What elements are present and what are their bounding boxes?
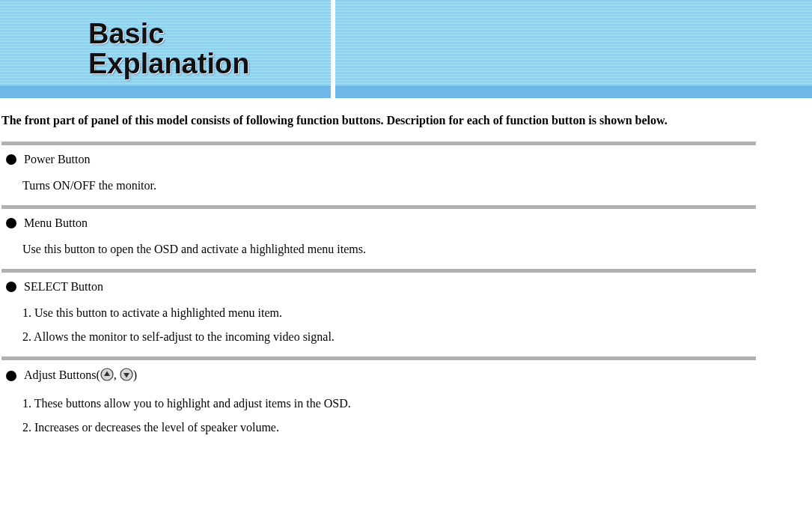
body-line: 1. Use this button to activate a highlig… [22,301,753,325]
header-bottom-gap [331,85,335,98]
section-menu: Menu Button Use this button to open the … [1,216,753,261]
body-line: Use this button to open the OSD and acti… [22,237,753,261]
header-bottom-band [0,85,812,98]
content-area: The front part of panel of this model co… [0,98,756,456]
section-body: Use this button to open the OSD and acti… [22,237,753,261]
section-title: Adjust Buttons(, ) [24,368,137,384]
page-title: Basic Explanation [88,19,249,79]
section-title: SELECT Button [24,280,103,294]
section-title-row: Adjust Buttons(, ) [6,368,753,384]
body-line: 2. Increases or decreases the level of s… [22,416,753,440]
intro-text: The front part of panel of this model co… [1,109,753,133]
section-power: Power Button Turns ON/OFF the monitor. [1,153,753,198]
title-suffix: ) [133,368,137,381]
title-line-1: Basic [88,19,249,49]
section-title: Menu Button [24,216,88,230]
header-right [331,0,812,98]
header-band: Basic Explanation [0,0,812,98]
section-body: 1. These buttons allow you to highlight … [22,392,753,440]
header-split-gap [331,0,335,98]
bullet-icon [6,282,16,292]
divider [1,142,756,145]
body-line: Turns ON/OFF the monitor. [22,174,753,198]
bullet-icon [6,154,16,165]
section-title-row: Power Button [6,153,753,166]
section-adjust: Adjust Buttons(, ) 1. These buttons allo… [1,368,753,440]
section-title-row: Menu Button [6,216,753,230]
section-title: Power Button [24,153,90,166]
divider [1,269,756,273]
header-inner: Basic Explanation [0,0,812,98]
header-left: Basic Explanation [0,0,331,98]
divider [1,356,756,360]
divider [1,205,756,209]
title-line-2: Explanation [88,49,249,79]
up-arrow-icon [100,368,114,384]
title-sep: , [114,368,120,381]
body-line: 1. These buttons allow you to highlight … [22,392,753,416]
section-select: SELECT Button 1. Use this button to acti… [1,280,753,349]
section-body: 1. Use this button to activate a highlig… [22,301,753,349]
section-body: Turns ON/OFF the monitor. [22,174,753,198]
body-line: 2. Allows the monitor to self-adjust to … [22,325,753,349]
bullet-icon [6,371,16,381]
bullet-icon [6,218,16,228]
title-prefix: Adjust Buttons( [24,368,100,381]
section-title-row: SELECT Button [6,280,753,294]
down-arrow-icon [120,368,133,384]
